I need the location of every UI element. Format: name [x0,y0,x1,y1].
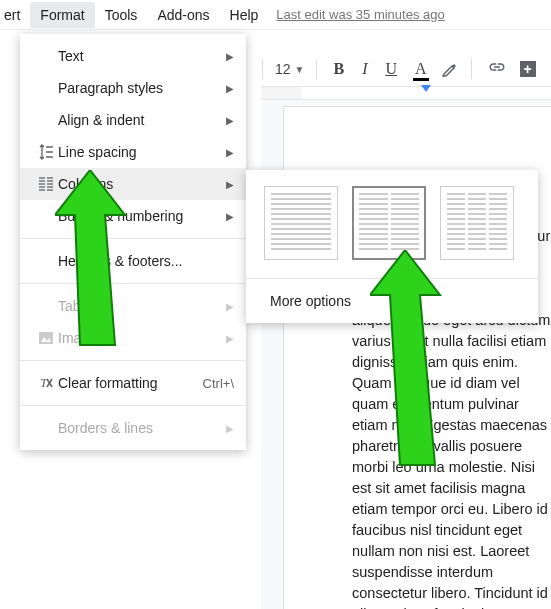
italic-button[interactable]: I [358,58,371,80]
svg-rect-10 [39,332,53,344]
submenu-arrow-icon: ▶ [226,83,234,94]
menubar-tools[interactable]: Tools [95,2,148,28]
menu-item-label: Image [58,330,226,346]
indent-marker-icon[interactable] [421,85,431,92]
submenu-arrow-icon: ▶ [226,211,234,222]
submenu-arrow-icon: ▶ [226,301,234,312]
toolbar-separator [471,59,472,79]
menu-item-line-spacing[interactable]: Line spacing ▶ [20,136,246,168]
menu-item-paragraph-styles[interactable]: Paragraph styles ▶ [20,72,246,104]
menu-item-clear-formatting[interactable]: T Clear formatting Ctrl+\ [20,367,246,399]
toolbar-separator [262,59,263,79]
format-menu-dropdown: Text ▶ Paragraph styles ▶ Align & indent… [20,34,246,450]
menubar-insert-partial[interactable]: ert [2,2,30,28]
toolbar-separator [316,59,317,79]
svg-text:T: T [40,375,48,390]
menu-item-label: Line spacing [58,144,226,160]
image-icon [34,330,58,346]
menu-item-bullets-numbering[interactable]: Bullets & numbering ▶ [20,200,246,232]
submenu-arrow-icon: ▶ [226,423,234,434]
menu-item-label: Paragraph styles [58,80,226,96]
submenu-arrow-icon: ▶ [226,333,234,344]
menu-item-label: Columns [58,176,226,192]
menu-item-table: Table ▶ [20,290,246,322]
bold-button[interactable]: B [329,58,348,80]
submenu-arrow-icon: ▶ [226,51,234,62]
menu-item-label: Headers & footers... [58,253,234,269]
highlighter-icon [441,60,459,78]
add-comment-button[interactable]: + [520,61,536,77]
menubar-help[interactable]: Help [220,2,269,28]
menu-separator [20,283,246,284]
column-option-one[interactable] [264,186,338,260]
menu-separator [20,405,246,406]
menu-item-align-indent[interactable]: Align & indent ▶ [20,104,246,136]
menu-item-label: Borders & lines [58,420,226,436]
font-size-selector[interactable]: 12 ▼ [275,61,304,77]
highlight-button[interactable] [441,60,459,78]
column-option-three[interactable] [440,186,514,260]
insert-link-button[interactable] [484,56,510,82]
menu-item-label: Bullets & numbering [58,208,226,224]
menubar-format[interactable]: Format [30,2,94,28]
font-size-value: 12 [275,61,291,77]
line-spacing-icon [34,144,58,160]
link-icon [488,58,506,76]
columns-icon [34,176,58,192]
chevron-down-icon: ▼ [295,64,305,75]
columns-submenu: More options [246,170,538,323]
submenu-arrow-icon: ▶ [226,115,234,126]
horizontal-ruler[interactable] [261,86,551,100]
more-options-item[interactable]: More options [264,279,520,323]
menu-item-headers-footers[interactable]: Headers & footers... [20,245,246,277]
menu-item-label: Text [58,48,226,64]
text-color-button[interactable]: A [411,58,431,80]
menu-item-image: Image ▶ [20,322,246,354]
keyboard-shortcut: Ctrl+\ [203,376,234,391]
menubar-addons[interactable]: Add-ons [147,2,219,28]
submenu-arrow-icon: ▶ [226,147,234,158]
menu-item-columns[interactable]: Columns ▶ [20,168,246,200]
column-option-two[interactable] [352,186,426,260]
clear-formatting-icon: T [34,375,58,391]
submenu-arrow-icon: ▶ [226,179,234,190]
menu-item-label: Table [58,298,226,314]
menu-item-borders-lines: Borders & lines ▶ [20,412,246,444]
menu-item-label: Align & indent [58,112,226,128]
menu-item-text[interactable]: Text ▶ [20,40,246,72]
menu-separator [20,238,246,239]
menu-item-label: Clear formatting [58,375,203,391]
last-edit-link[interactable]: Last edit was 35 minutes ago [276,7,444,22]
underline-button[interactable]: U [381,58,401,80]
menu-separator [20,360,246,361]
